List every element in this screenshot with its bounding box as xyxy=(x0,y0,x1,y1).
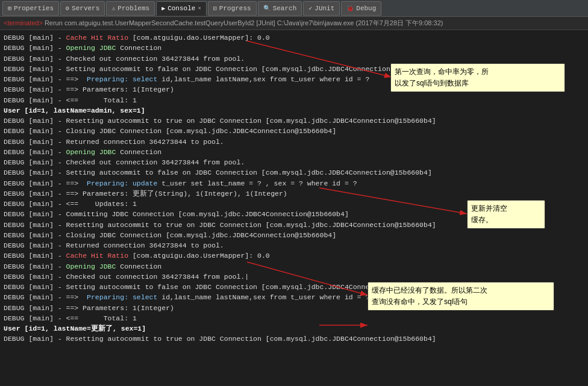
tab-junit[interactable]: ✓ JUnit xyxy=(303,1,340,16)
console-line: DEBUG [main] - Opening JDBC Connection xyxy=(4,261,584,272)
annotation-3-text: 缓存中已经没有了数据。所以第二次查询没有命中，又发了sql语句 xyxy=(372,286,487,306)
console-title-bar: <terminated> Rerun com.atguigu.test.User… xyxy=(0,17,588,30)
console-line: DEBUG [main] - <== Total: 1 xyxy=(4,313,584,323)
console-line: DEBUG [main] - Returned connection 36427… xyxy=(4,137,584,147)
junit-icon: ✓ xyxy=(308,5,312,12)
run-title: Rerun com.atguigu.test.UserMapperSecondC… xyxy=(45,19,443,26)
console-output: 第一次查询，命中率为零，所以发了sql语句到数据库 更新并清空缓存。 缓存中已经… xyxy=(0,30,588,380)
console-line: User [id=1, lastName=更新了, sex=1] xyxy=(4,323,584,334)
annotation-2: 更新并清空缓存。 xyxy=(467,200,545,229)
tab-servers-label: Servers xyxy=(72,5,99,12)
console-line: DEBUG [main] - ==> Preparing: update t_u… xyxy=(4,178,584,188)
annotation-1: 第一次查询，命中率为零，所以发了sql语句到数据库 xyxy=(390,63,565,92)
console-line: User [id=1, lastName=admin, sex=1] xyxy=(4,105,584,116)
console-line: DEBUG [main] - Closing JDBC Connection [… xyxy=(4,126,584,136)
servers-icon: ⚙ xyxy=(66,5,69,12)
tab-progress-label: Progress xyxy=(219,5,251,12)
tab-progress[interactable]: ⊡ Progress xyxy=(208,1,257,16)
tab-console[interactable]: ▶ Console ✕ xyxy=(156,1,207,16)
terminated-label: <terminated> xyxy=(4,19,43,26)
console-line: DEBUG [main] - Returned connection 36427… xyxy=(4,240,584,251)
problems-icon: ⚠ xyxy=(111,5,115,12)
debug-icon: 🐞 xyxy=(346,5,354,12)
console-line: DEBUG [main] - Cache Hit Ratio [com.atgu… xyxy=(4,33,584,43)
tab-properties[interactable]: ⊞ Properties xyxy=(2,1,59,16)
console-icon: ▶ xyxy=(161,5,165,12)
tab-servers[interactable]: ⚙ Servers xyxy=(60,1,105,16)
console-line: DEBUG [main] - Cache Hit Ratio [com.atgu… xyxy=(4,251,584,261)
annotation-1-text: 第一次查询，命中率为零，所以发了sql语句到数据库 xyxy=(395,67,489,87)
search-icon: 🔍 xyxy=(263,5,271,12)
tab-problems-label: Problems xyxy=(117,5,149,12)
console-line: DEBUG [main] - ==> Parameters: 更新了(Strin… xyxy=(4,188,584,199)
progress-icon: ⊡ xyxy=(213,5,217,12)
console-line: DEBUG [main] - Opening JDBC Connection xyxy=(4,43,584,53)
console-close-icon[interactable]: ✕ xyxy=(198,5,201,11)
tab-debug[interactable]: 🐞 Debug xyxy=(341,1,381,16)
tab-debug-label: Debug xyxy=(356,5,376,12)
tab-console-label: Console xyxy=(167,5,195,12)
console-line: DEBUG [main] - Closing JDBC Connection [… xyxy=(4,230,584,240)
properties-icon: ⊞ xyxy=(8,5,11,12)
tab-junit-label: JUnit xyxy=(314,5,334,12)
annotation-3: 缓存中已经没有了数据。所以第二次查询没有命中，又发了sql语句 xyxy=(367,282,554,311)
console-line: DEBUG [main] - Resetting autocommit to t… xyxy=(4,116,584,126)
console-line: DEBUG [main] - Checked out connection 36… xyxy=(4,157,584,167)
console-line: DEBUG [main] - Opening JDBC Connection xyxy=(4,147,584,157)
console-line: DEBUG [main] - Setting autocommit to fal… xyxy=(4,167,584,178)
tab-bar: ⊞ Properties ⚙ Servers ⚠ Problems ▶ Cons… xyxy=(0,0,588,17)
tab-search-label: Search xyxy=(273,5,297,12)
console-line: DEBUG [main] - Checked out connection 36… xyxy=(4,272,584,282)
console-line: DEBUG [main] - Checked out connection 36… xyxy=(4,54,584,64)
tab-problems[interactable]: ⚠ Problems xyxy=(106,1,155,16)
tab-search[interactable]: 🔍 Search xyxy=(258,1,302,16)
console-line: DEBUG [main] - <== Total: 1 xyxy=(4,95,584,105)
annotation-2-text: 更新并清空缓存。 xyxy=(471,204,507,224)
tab-properties-label: Properties xyxy=(14,5,54,12)
console-line: DEBUG [main] - Resetting autocommit to t… xyxy=(4,334,584,344)
